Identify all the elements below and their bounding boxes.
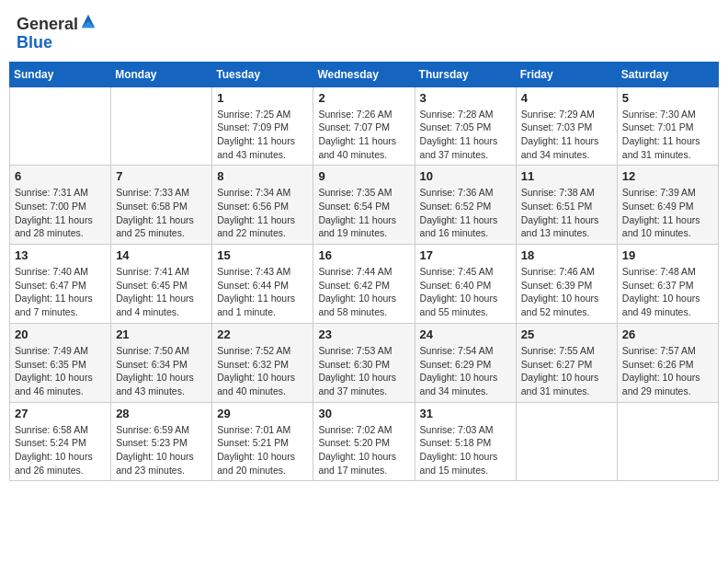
calendar-cell: 31Sunrise: 7:03 AM Sunset: 5:18 PM Dayli…	[415, 402, 516, 481]
calendar-cell: 26Sunrise: 7:57 AM Sunset: 6:26 PM Dayli…	[617, 323, 718, 402]
day-number: 20	[15, 327, 106, 341]
calendar-cell	[617, 402, 718, 481]
day-info: Sunrise: 7:53 AM Sunset: 6:30 PM Dayligh…	[318, 344, 409, 398]
day-info: Sunrise: 7:34 AM Sunset: 6:56 PM Dayligh…	[217, 186, 308, 240]
calendar-cell	[516, 402, 617, 481]
day-header-thursday: Thursday	[415, 62, 516, 86]
day-number: 28	[116, 407, 207, 420]
day-number: 11	[521, 169, 612, 183]
day-number: 17	[420, 248, 511, 262]
day-number: 8	[217, 169, 308, 183]
day-info: Sunrise: 7:50 AM Sunset: 6:34 PM Dayligh…	[116, 344, 207, 398]
calendar-cell: 2Sunrise: 7:26 AM Sunset: 7:07 PM Daylig…	[313, 86, 415, 166]
calendar-cell: 30Sunrise: 7:02 AM Sunset: 5:20 PM Dayli…	[313, 402, 415, 481]
day-info: Sunrise: 7:38 AM Sunset: 6:51 PM Dayligh…	[521, 186, 612, 240]
day-info: Sunrise: 7:35 AM Sunset: 6:54 PM Dayligh…	[318, 186, 409, 240]
calendar-cell: 4Sunrise: 7:29 AM Sunset: 7:03 PM Daylig…	[516, 86, 617, 166]
day-number: 18	[521, 248, 612, 262]
calendar-cell: 14Sunrise: 7:41 AM Sunset: 6:45 PM Dayli…	[111, 245, 212, 324]
logo-general: General	[17, 15, 78, 33]
day-info: Sunrise: 7:54 AM Sunset: 6:29 PM Dayligh…	[420, 344, 511, 398]
day-number: 10	[420, 169, 511, 183]
day-number: 1	[217, 91, 308, 105]
day-info: Sunrise: 7:36 AM Sunset: 6:52 PM Dayligh…	[420, 186, 511, 240]
day-number: 16	[318, 248, 409, 262]
day-info: Sunrise: 7:25 AM Sunset: 7:09 PM Dayligh…	[217, 108, 308, 162]
calendar-cell: 17Sunrise: 7:45 AM Sunset: 6:40 PM Dayli…	[415, 245, 516, 324]
day-info: Sunrise: 6:58 AM Sunset: 5:24 PM Dayligh…	[15, 423, 106, 477]
day-info: Sunrise: 7:41 AM Sunset: 6:45 PM Dayligh…	[116, 265, 207, 319]
calendar-cell: 6Sunrise: 7:31 AM Sunset: 7:00 PM Daylig…	[10, 166, 111, 245]
day-info: Sunrise: 7:45 AM Sunset: 6:40 PM Dayligh…	[420, 265, 511, 319]
logo-blue: Blue	[17, 33, 52, 52]
day-number: 4	[521, 91, 612, 105]
logo: General Blue	[17, 13, 97, 52]
day-header-friday: Friday	[516, 62, 617, 86]
day-info: Sunrise: 7:30 AM Sunset: 7:01 PM Dayligh…	[622, 108, 713, 162]
calendar-week-3: 13Sunrise: 7:40 AM Sunset: 6:47 PM Dayli…	[10, 245, 719, 324]
day-info: Sunrise: 7:33 AM Sunset: 6:58 PM Dayligh…	[116, 186, 207, 240]
calendar-table: SundayMondayTuesdayWednesdayThursdayFrid…	[9, 62, 719, 482]
day-number: 31	[420, 407, 511, 420]
calendar-cell: 22Sunrise: 7:52 AM Sunset: 6:32 PM Dayli…	[212, 323, 313, 402]
calendar-cell: 28Sunrise: 6:59 AM Sunset: 5:23 PM Dayli…	[111, 402, 212, 481]
logo-icon	[80, 13, 97, 29]
day-header-sunday: Sunday	[10, 62, 111, 86]
calendar-cell: 10Sunrise: 7:36 AM Sunset: 6:52 PM Dayli…	[415, 166, 516, 245]
day-info: Sunrise: 7:28 AM Sunset: 7:05 PM Dayligh…	[420, 108, 511, 162]
calendar-cell: 27Sunrise: 6:58 AM Sunset: 5:24 PM Dayli…	[10, 402, 111, 481]
day-header-tuesday: Tuesday	[212, 62, 313, 86]
day-info: Sunrise: 7:31 AM Sunset: 7:00 PM Dayligh…	[15, 186, 106, 240]
day-header-saturday: Saturday	[617, 62, 718, 86]
day-number: 23	[318, 327, 409, 341]
calendar-cell: 5Sunrise: 7:30 AM Sunset: 7:01 PM Daylig…	[617, 86, 718, 166]
day-number: 24	[420, 327, 511, 341]
calendar-cell: 19Sunrise: 7:48 AM Sunset: 6:37 PM Dayli…	[617, 245, 718, 324]
calendar-cell	[10, 86, 111, 166]
day-number: 19	[622, 248, 713, 262]
day-number: 29	[217, 407, 308, 420]
day-info: Sunrise: 7:40 AM Sunset: 6:47 PM Dayligh…	[15, 265, 106, 319]
calendar-cell: 18Sunrise: 7:46 AM Sunset: 6:39 PM Dayli…	[516, 245, 617, 324]
calendar-cell: 1Sunrise: 7:25 AM Sunset: 7:09 PM Daylig…	[212, 86, 313, 166]
day-number: 3	[420, 91, 511, 105]
day-info: Sunrise: 7:01 AM Sunset: 5:21 PM Dayligh…	[217, 423, 308, 477]
day-info: Sunrise: 7:52 AM Sunset: 6:32 PM Dayligh…	[217, 344, 308, 398]
calendar-cell: 16Sunrise: 7:44 AM Sunset: 6:42 PM Dayli…	[313, 245, 415, 324]
day-info: Sunrise: 7:43 AM Sunset: 6:44 PM Dayligh…	[217, 265, 308, 319]
day-number: 22	[217, 327, 308, 341]
calendar-cell: 23Sunrise: 7:53 AM Sunset: 6:30 PM Dayli…	[313, 323, 415, 402]
day-number: 27	[15, 407, 106, 420]
day-number: 21	[116, 327, 207, 341]
day-number: 14	[116, 248, 207, 262]
day-header-wednesday: Wednesday	[313, 62, 415, 86]
calendar-cell: 24Sunrise: 7:54 AM Sunset: 6:29 PM Dayli…	[415, 323, 516, 402]
day-info: Sunrise: 7:02 AM Sunset: 5:20 PM Dayligh…	[318, 423, 409, 477]
day-info: Sunrise: 7:49 AM Sunset: 6:35 PM Dayligh…	[15, 344, 106, 398]
day-info: Sunrise: 7:46 AM Sunset: 6:39 PM Dayligh…	[521, 265, 612, 319]
day-number: 9	[318, 169, 409, 183]
day-number: 5	[622, 91, 713, 105]
calendar-week-5: 27Sunrise: 6:58 AM Sunset: 5:24 PM Dayli…	[10, 402, 719, 481]
day-number: 12	[622, 169, 713, 183]
day-number: 6	[15, 169, 106, 183]
day-info: Sunrise: 7:26 AM Sunset: 7:07 PM Dayligh…	[318, 108, 409, 162]
day-number: 13	[15, 248, 106, 262]
day-info: Sunrise: 6:59 AM Sunset: 5:23 PM Dayligh…	[116, 423, 207, 477]
day-info: Sunrise: 7:44 AM Sunset: 6:42 PM Dayligh…	[318, 265, 409, 319]
day-number: 26	[622, 327, 713, 341]
calendar-cell: 13Sunrise: 7:40 AM Sunset: 6:47 PM Dayli…	[10, 245, 111, 324]
calendar-week-2: 6Sunrise: 7:31 AM Sunset: 7:00 PM Daylig…	[10, 166, 719, 245]
days-header-row: SundayMondayTuesdayWednesdayThursdayFrid…	[10, 62, 719, 86]
day-info: Sunrise: 7:48 AM Sunset: 6:37 PM Dayligh…	[622, 265, 713, 319]
calendar-cell: 3Sunrise: 7:28 AM Sunset: 7:05 PM Daylig…	[415, 86, 516, 166]
calendar-week-1: 1Sunrise: 7:25 AM Sunset: 7:09 PM Daylig…	[10, 86, 719, 166]
calendar-cell: 7Sunrise: 7:33 AM Sunset: 6:58 PM Daylig…	[111, 166, 212, 245]
day-info: Sunrise: 7:39 AM Sunset: 6:49 PM Dayligh…	[622, 186, 713, 240]
calendar-cell: 29Sunrise: 7:01 AM Sunset: 5:21 PM Dayli…	[212, 402, 313, 481]
page-header: General Blue	[9, 9, 719, 56]
day-number: 30	[318, 407, 409, 420]
calendar-week-4: 20Sunrise: 7:49 AM Sunset: 6:35 PM Dayli…	[10, 323, 719, 402]
calendar-cell: 21Sunrise: 7:50 AM Sunset: 6:34 PM Dayli…	[111, 323, 212, 402]
day-info: Sunrise: 7:57 AM Sunset: 6:26 PM Dayligh…	[622, 344, 713, 398]
